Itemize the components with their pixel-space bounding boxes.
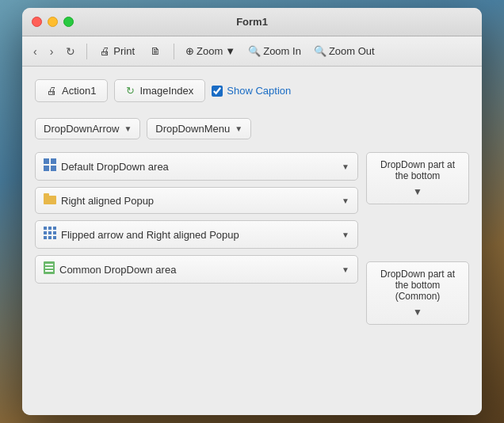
- flipped-arrow-item[interactable]: Flipped arrow and Right aligned Popup ▼: [35, 220, 358, 249]
- toolbar: ‹ › ↻ 🖨 Print 🗎 ⊕ Zoom ▼ 🔍 Zoom In 🔍 Zoo…: [22, 36, 482, 67]
- image-index-icon: ↻: [126, 85, 135, 97]
- zoom-label: Zoom: [197, 45, 223, 57]
- maximize-button[interactable]: [63, 17, 74, 27]
- svg-rect-9: [44, 231, 47, 234]
- default-dropdown-icon: [44, 158, 56, 174]
- minimize-button[interactable]: [48, 17, 58, 27]
- zoom-in-button[interactable]: 🔍 Zoom In: [243, 42, 306, 60]
- back-button[interactable]: ‹: [29, 42, 42, 61]
- screenshot-icon: 🗎: [151, 45, 161, 57]
- common-dropdown-item[interactable]: Common DropDown area ▼: [35, 255, 358, 284]
- zoom-out-icon: 🔍: [314, 45, 326, 57]
- screenshot-button[interactable]: 🗎: [144, 42, 167, 60]
- image-index-button[interactable]: ↻ ImageIndex: [114, 79, 205, 102]
- svg-rect-3: [51, 166, 56, 171]
- svg-rect-6: [44, 227, 47, 230]
- svg-rect-4: [44, 196, 56, 204]
- svg-rect-16: [45, 264, 53, 265]
- default-dropdown-label: Default DropDown area: [61, 161, 337, 173]
- titlebar: Form1: [22, 8, 482, 36]
- zoom-out-button[interactable]: 🔍 Zoom Out: [309, 42, 380, 60]
- svg-rect-10: [48, 231, 52, 234]
- right-aligned-popup-item[interactable]: Right aligned Popup ▼: [35, 187, 358, 214]
- svg-rect-5: [44, 193, 49, 196]
- right-box-1: DropDown part at the bottom ▼: [366, 152, 469, 204]
- common-dropdown-arrow-icon: ▼: [342, 265, 349, 274]
- action1-button[interactable]: 🖨 Action1: [35, 79, 108, 102]
- svg-rect-1: [51, 158, 56, 164]
- flipped-arrow-label: Flipped arrow and Right aligned Popup: [61, 229, 337, 241]
- right-box-1-label: DropDown part at the bottom: [373, 159, 462, 181]
- zoom-in-icon: 🔍: [248, 45, 261, 57]
- dropdown-arrow-select[interactable]: DropDownArrow ▼: [35, 118, 140, 139]
- close-button[interactable]: [32, 17, 42, 27]
- zoom-out-label: Zoom Out: [329, 45, 375, 57]
- right-box-2-label: DropDown part at the bottom (Common): [373, 269, 462, 302]
- row-2: DropDownArrow ▼ DropDownMenu ▼: [35, 118, 469, 139]
- flipped-arrow-icon: [44, 227, 56, 242]
- svg-rect-7: [48, 227, 52, 230]
- printer-icon: 🖨: [100, 45, 110, 57]
- svg-rect-18: [45, 270, 53, 272]
- action1-label: Action1: [62, 85, 96, 97]
- right-box-1-arrow-icon: ▼: [413, 186, 422, 197]
- toolbar-separator-1: [86, 44, 87, 59]
- zoom-dropdown-arrow-icon: ▼: [225, 45, 235, 57]
- dropdown-arrow-1-icon: ▼: [124, 124, 132, 133]
- zoom-in-label: Zoom In: [263, 45, 301, 57]
- traffic-lights: [32, 17, 74, 27]
- dropdown-menu-label: DropDownMenu: [155, 123, 230, 135]
- toolbar-separator-2: [174, 44, 174, 59]
- svg-rect-0: [44, 158, 49, 164]
- svg-rect-11: [53, 231, 56, 234]
- right-aligned-label: Right aligned Popup: [61, 195, 337, 207]
- dropdown-arrow-2-icon: ▼: [235, 124, 242, 133]
- print-button[interactable]: 🖨 Print: [94, 42, 141, 60]
- image-index-label: ImageIndex: [139, 85, 193, 97]
- svg-rect-2: [44, 166, 49, 171]
- right-box-2-arrow-icon: ▼: [413, 307, 422, 318]
- main-window: Form1 ‹ › ↻ 🖨 Print 🗎 ⊕ Zoom ▼ 🔍 Zoom In…: [22, 8, 482, 415]
- common-dropdown-icon: [44, 261, 55, 277]
- svg-rect-8: [53, 227, 56, 230]
- right-aligned-arrow-icon: ▼: [342, 196, 349, 205]
- common-dropdown-label: Common DropDown area: [59, 264, 337, 276]
- left-column: Default DropDown area ▼ Right aligned Po…: [35, 152, 358, 325]
- default-dropdown-arrow-icon: ▼: [342, 162, 349, 171]
- right-column: DropDown part at the bottom ▼ DropDown p…: [366, 152, 469, 325]
- dropdown-menu-select[interactable]: DropDownMenu ▼: [147, 118, 251, 139]
- content-area: 🖨 Action1 ↻ ImageIndex Show Caption Drop…: [22, 67, 482, 415]
- show-caption-checkbox[interactable]: [212, 86, 223, 97]
- action1-icon: 🖨: [47, 85, 57, 97]
- zoom-button[interactable]: ⊕ Zoom ▼: [181, 42, 240, 60]
- show-caption-checkbox-label[interactable]: Show Caption: [212, 85, 291, 97]
- show-caption-label: Show Caption: [227, 85, 291, 97]
- window-title: Form1: [236, 16, 268, 28]
- right-aligned-icon: [44, 193, 56, 208]
- zoom-icon: ⊕: [185, 45, 194, 57]
- forward-button[interactable]: ›: [45, 42, 59, 61]
- svg-rect-13: [48, 236, 52, 239]
- svg-rect-12: [44, 236, 47, 239]
- right-box-2: DropDown part at the bottom (Common) ▼: [366, 261, 469, 325]
- svg-rect-17: [45, 267, 53, 269]
- flipped-arrow-arrow-icon: ▼: [342, 231, 349, 239]
- dropdown-arrow-label: DropDownArrow: [44, 123, 119, 135]
- row-1: 🖨 Action1 ↻ ImageIndex Show Caption: [35, 79, 469, 102]
- refresh-button[interactable]: ↻: [61, 42, 80, 61]
- default-dropdown-item[interactable]: Default DropDown area ▼: [35, 152, 358, 181]
- svg-rect-14: [53, 236, 56, 239]
- main-area: Default DropDown area ▼ Right aligned Po…: [35, 152, 469, 325]
- print-label: Print: [113, 45, 135, 57]
